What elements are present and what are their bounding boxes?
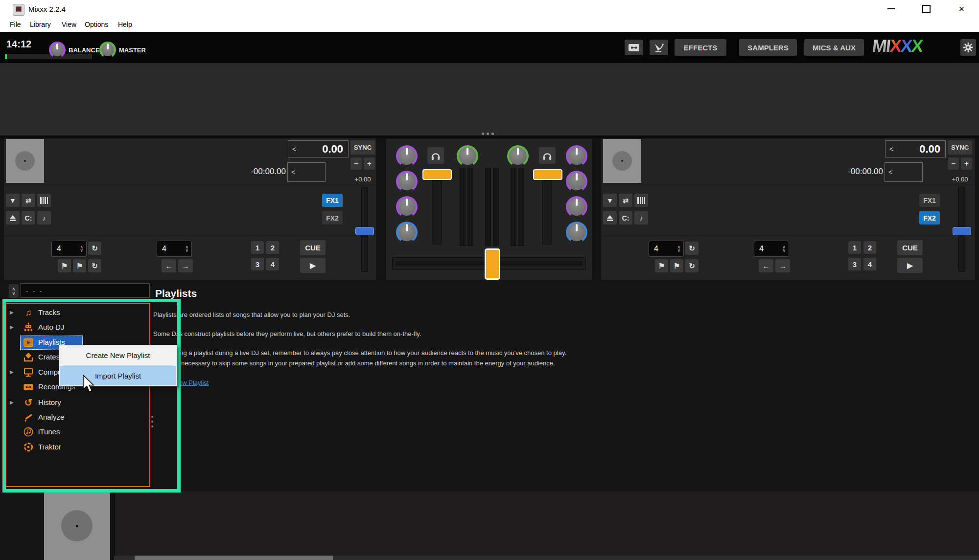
menu-help[interactable]: Help [118,21,132,28]
deck-right-tempo-minus-button[interactable]: − [948,157,959,170]
sidebar-item-traktor[interactable]: Traktor [6,440,150,454]
search-input[interactable]: - - - [21,283,150,298]
library-spinner-button[interactable]: ∧∨ [9,284,19,298]
deck-left-loop-out-button[interactable]: ⚑ [73,259,86,272]
spinner-chevrons-icon[interactable]: ∧∨ [185,246,188,252]
mixer-right-headphone-button[interactable] [539,147,556,164]
deck-right-cue-mode-button[interactable]: C: [619,211,632,224]
deck-left-beatjump-size-spinbox[interactable]: 4 ∧∨ [157,241,192,257]
mixer-left-eq-low-knob[interactable] [396,196,418,218]
mixer-right-eq-low-knob[interactable] [566,196,587,218]
mixer-right-filter-knob[interactable] [566,222,587,243]
sidebar-item-analyze[interactable]: Analyze [6,410,150,425]
deck-left-bpm-display[interactable]: < 0.00 [288,140,349,157]
mixer-left-eq-mid-knob[interactable] [396,171,418,192]
library-splitter-handle[interactable] [151,416,153,427]
mixer-left-filter-knob[interactable] [396,222,418,243]
expander-icon[interactable]: ▶ [10,369,14,375]
deck-left-beats-box[interactable]: < [287,162,326,182]
samplers-toggle-button[interactable]: SAMPLERS [739,39,797,56]
mixer-left-volume-fader[interactable] [432,180,442,245]
master-knob[interactable] [99,42,116,58]
expander-icon[interactable]: ▶ [10,310,14,315]
sidebar-item-tracks[interactable]: ▶ ♫ Tracks [6,305,150,320]
deck-right-beats-box[interactable]: < [885,162,923,182]
deck-right-loop-size-spinbox[interactable]: 4 ∧∨ [649,241,684,257]
mixer-right-eq-high-knob[interactable] [566,145,587,167]
settings-button[interactable] [960,39,976,56]
deck-right-beatjump-back-button[interactable]: ← [759,259,773,272]
deck-left-sync-button[interactable]: SYNC [350,140,375,155]
deck-right-loop-in-button[interactable]: ⚑ [655,259,668,272]
deck-left-repeat-button[interactable]: ⇄ [22,194,35,207]
deck-left-cue-mode-button[interactable]: C: [22,211,35,224]
deck-right-loop-toggle-button[interactable]: ↻ [685,259,699,272]
deck-right-pitch-handle[interactable] [953,227,971,235]
deck-left-keylock-button[interactable]: ♪ [37,211,51,224]
deck-left-tempo-plus-button[interactable]: + [364,157,375,170]
mixer-right-eq-mid-knob[interactable] [566,171,587,192]
menu-library[interactable]: Library [30,21,51,28]
record-button[interactable] [625,40,643,55]
mixer-right-volume-handle[interactable] [533,169,562,180]
mixer-right-gain-knob[interactable] [507,145,529,167]
menu-item-create-new-playlist[interactable]: Create New Playlist [59,345,177,365]
deck-right-tempo-plus-button[interactable]: + [961,157,972,170]
menu-file[interactable]: File [10,21,21,28]
expander-icon[interactable]: ▶ [10,324,14,330]
deck-left-loop-in-button[interactable]: ⚑ [58,259,71,272]
deck-right-fx1-button[interactable]: FX1 [919,194,940,207]
deck-left-beatjump-back-button[interactable]: ← [162,259,176,272]
deck-left-play-button[interactable]: ▶ [300,258,326,273]
deck-right-sync-button[interactable]: SYNC [948,140,972,155]
horizontal-scrollbar[interactable] [114,556,979,560]
deck-left-pitch-handle[interactable] [355,227,374,235]
deck-left-hotcue-4-button[interactable]: 4 [266,258,279,270]
balance-knob[interactable] [49,42,66,58]
scrollbar-thumb[interactable] [135,556,333,560]
deck-right-reloop-button[interactable]: ↻ [685,242,699,255]
sidebar-item-itunes[interactable]: iTunes [6,425,150,439]
sidebar-item-autodj[interactable]: ▶ Auto DJ [6,320,150,335]
deck-left-fx2-button[interactable]: FX2 [322,211,343,224]
mixer-left-gain-knob[interactable] [457,145,478,167]
crossfader-handle[interactable] [485,248,500,280]
mixer-left-eq-high-knob[interactable] [396,145,418,167]
deck-right-hotcue-4-button[interactable]: 4 [863,258,876,270]
deck-right-repeat-button[interactable]: ⇄ [619,194,632,207]
deck-right-slip-button[interactable]: ▼ [603,194,617,207]
deck-left-beatjump-forward-button[interactable]: → [178,259,193,272]
deck-right-bpm-display[interactable]: < 0.00 [885,140,946,157]
deck-left-loop-size-spinbox[interactable]: 4 ∧∨ [51,241,87,257]
menu-view[interactable]: View [62,21,76,28]
effects-toggle-button[interactable]: EFFECTS [675,39,726,56]
menu-options[interactable]: Options [85,21,108,28]
deck-left-quantize-button[interactable] [37,194,51,207]
deck-left-slip-button[interactable]: ▼ [6,194,20,207]
minimize-button[interactable] [876,0,906,18]
deck-left-hotcue-1-button[interactable]: 1 [251,241,264,254]
deck-left-cue-button[interactable]: CUE [300,240,326,255]
deck-right-loop-out-button[interactable]: ⚑ [670,259,683,272]
deck-left-eject-button[interactable] [6,211,20,224]
expander-icon[interactable]: ▶ [10,400,14,405]
sidebar-item-history[interactable]: ▶ ↺ History [6,395,150,410]
deck-right-fx2-button[interactable]: FX2 [919,211,940,224]
deck-right-beatjump-forward-button[interactable]: → [775,259,790,272]
close-button[interactable]: × [947,0,976,18]
deck-right-hotcue-3-button[interactable]: 3 [848,258,861,270]
maximize-button[interactable] [911,0,941,18]
mics-aux-toggle-button[interactable]: MICS & AUX [804,39,864,56]
deck-left-tempo-minus-button[interactable]: − [350,157,362,170]
deck-right-quantize-button[interactable] [634,194,648,207]
broadcast-button[interactable] [650,40,668,55]
deck-right-beatjump-size-spinbox[interactable]: 4 ∧∨ [754,241,789,257]
deck-left-loop-toggle-button[interactable]: ↻ [88,259,101,272]
mixer-right-volume-fader[interactable] [542,180,552,245]
deck-right-hotcue-1-button[interactable]: 1 [848,241,861,254]
deck-right-cue-button[interactable]: CUE [897,240,923,255]
mixer-left-volume-handle[interactable] [422,169,452,180]
spinner-chevrons-icon[interactable]: ∧∨ [80,246,83,252]
deck-right-keylock-button[interactable]: ♪ [634,211,648,224]
deck-right-eject-button[interactable] [603,211,617,224]
